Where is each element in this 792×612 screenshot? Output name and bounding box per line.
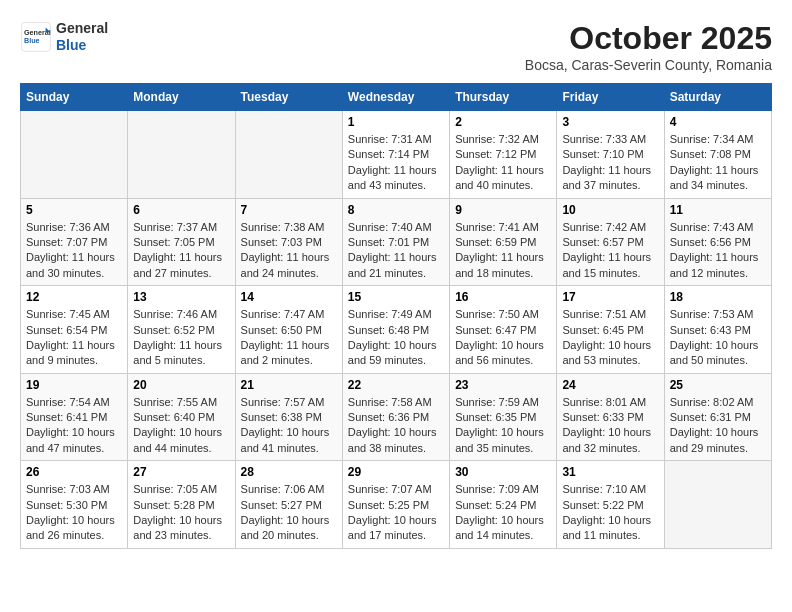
day-number: 19	[26, 378, 122, 392]
day-info: Sunrise: 7:40 AM Sunset: 7:01 PM Dayligh…	[348, 220, 444, 282]
day-info: Sunrise: 7:07 AM Sunset: 5:25 PM Dayligh…	[348, 482, 444, 544]
calendar-week-row: 19Sunrise: 7:54 AM Sunset: 6:41 PM Dayli…	[21, 373, 772, 461]
day-info: Sunrise: 7:54 AM Sunset: 6:41 PM Dayligh…	[26, 395, 122, 457]
calendar-day-cell: 26Sunrise: 7:03 AM Sunset: 5:30 PM Dayli…	[21, 461, 128, 549]
logo-text: General Blue	[56, 20, 108, 54]
day-info: Sunrise: 7:49 AM Sunset: 6:48 PM Dayligh…	[348, 307, 444, 369]
day-info: Sunrise: 7:43 AM Sunset: 6:56 PM Dayligh…	[670, 220, 766, 282]
calendar-day-cell: 7Sunrise: 7:38 AM Sunset: 7:03 PM Daylig…	[235, 198, 342, 286]
day-number: 25	[670, 378, 766, 392]
calendar-day-cell: 23Sunrise: 7:59 AM Sunset: 6:35 PM Dayli…	[450, 373, 557, 461]
day-number: 22	[348, 378, 444, 392]
calendar-day-cell: 21Sunrise: 7:57 AM Sunset: 6:38 PM Dayli…	[235, 373, 342, 461]
day-number: 3	[562, 115, 658, 129]
calendar-day-cell	[664, 461, 771, 549]
calendar-day-cell: 28Sunrise: 7:06 AM Sunset: 5:27 PM Dayli…	[235, 461, 342, 549]
day-info: Sunrise: 7:33 AM Sunset: 7:10 PM Dayligh…	[562, 132, 658, 194]
day-info: Sunrise: 7:58 AM Sunset: 6:36 PM Dayligh…	[348, 395, 444, 457]
calendar-day-cell	[21, 111, 128, 199]
weekday-header-wednesday: Wednesday	[342, 84, 449, 111]
weekday-header-sunday: Sunday	[21, 84, 128, 111]
calendar-day-cell: 11Sunrise: 7:43 AM Sunset: 6:56 PM Dayli…	[664, 198, 771, 286]
day-info: Sunrise: 7:10 AM Sunset: 5:22 PM Dayligh…	[562, 482, 658, 544]
day-info: Sunrise: 7:51 AM Sunset: 6:45 PM Dayligh…	[562, 307, 658, 369]
calendar-day-cell: 18Sunrise: 7:53 AM Sunset: 6:43 PM Dayli…	[664, 286, 771, 374]
day-number: 20	[133, 378, 229, 392]
day-number: 30	[455, 465, 551, 479]
day-info: Sunrise: 7:46 AM Sunset: 6:52 PM Dayligh…	[133, 307, 229, 369]
logo-icon: General Blue	[20, 21, 52, 53]
day-number: 21	[241, 378, 337, 392]
day-number: 24	[562, 378, 658, 392]
logo: General Blue General Blue	[20, 20, 108, 54]
svg-text:Blue: Blue	[24, 36, 40, 45]
day-info: Sunrise: 7:47 AM Sunset: 6:50 PM Dayligh…	[241, 307, 337, 369]
day-number: 27	[133, 465, 229, 479]
calendar-day-cell: 2Sunrise: 7:32 AM Sunset: 7:12 PM Daylig…	[450, 111, 557, 199]
calendar-day-cell: 20Sunrise: 7:55 AM Sunset: 6:40 PM Dayli…	[128, 373, 235, 461]
calendar-week-row: 5Sunrise: 7:36 AM Sunset: 7:07 PM Daylig…	[21, 198, 772, 286]
calendar-day-cell: 16Sunrise: 7:50 AM Sunset: 6:47 PM Dayli…	[450, 286, 557, 374]
day-number: 10	[562, 203, 658, 217]
day-info: Sunrise: 7:37 AM Sunset: 7:05 PM Dayligh…	[133, 220, 229, 282]
calendar-day-cell: 4Sunrise: 7:34 AM Sunset: 7:08 PM Daylig…	[664, 111, 771, 199]
day-number: 31	[562, 465, 658, 479]
weekday-header-monday: Monday	[128, 84, 235, 111]
calendar-day-cell: 22Sunrise: 7:58 AM Sunset: 6:36 PM Dayli…	[342, 373, 449, 461]
day-number: 26	[26, 465, 122, 479]
day-info: Sunrise: 7:45 AM Sunset: 6:54 PM Dayligh…	[26, 307, 122, 369]
day-info: Sunrise: 7:36 AM Sunset: 7:07 PM Dayligh…	[26, 220, 122, 282]
weekday-header-friday: Friday	[557, 84, 664, 111]
day-number: 6	[133, 203, 229, 217]
calendar-day-cell: 27Sunrise: 7:05 AM Sunset: 5:28 PM Dayli…	[128, 461, 235, 549]
calendar-day-cell: 10Sunrise: 7:42 AM Sunset: 6:57 PM Dayli…	[557, 198, 664, 286]
calendar-day-cell: 9Sunrise: 7:41 AM Sunset: 6:59 PM Daylig…	[450, 198, 557, 286]
day-info: Sunrise: 7:42 AM Sunset: 6:57 PM Dayligh…	[562, 220, 658, 282]
calendar-day-cell: 31Sunrise: 7:10 AM Sunset: 5:22 PM Dayli…	[557, 461, 664, 549]
day-info: Sunrise: 7:41 AM Sunset: 6:59 PM Dayligh…	[455, 220, 551, 282]
calendar-week-row: 12Sunrise: 7:45 AM Sunset: 6:54 PM Dayli…	[21, 286, 772, 374]
calendar-day-cell: 19Sunrise: 7:54 AM Sunset: 6:41 PM Dayli…	[21, 373, 128, 461]
day-info: Sunrise: 7:09 AM Sunset: 5:24 PM Dayligh…	[455, 482, 551, 544]
day-number: 7	[241, 203, 337, 217]
weekday-header-thursday: Thursday	[450, 84, 557, 111]
day-info: Sunrise: 7:06 AM Sunset: 5:27 PM Dayligh…	[241, 482, 337, 544]
location-subtitle: Bocsa, Caras-Severin County, Romania	[525, 57, 772, 73]
calendar-day-cell: 3Sunrise: 7:33 AM Sunset: 7:10 PM Daylig…	[557, 111, 664, 199]
calendar-day-cell: 29Sunrise: 7:07 AM Sunset: 5:25 PM Dayli…	[342, 461, 449, 549]
day-number: 29	[348, 465, 444, 479]
day-number: 14	[241, 290, 337, 304]
day-number: 13	[133, 290, 229, 304]
day-number: 5	[26, 203, 122, 217]
calendar-day-cell: 1Sunrise: 7:31 AM Sunset: 7:14 PM Daylig…	[342, 111, 449, 199]
calendar-day-cell: 5Sunrise: 7:36 AM Sunset: 7:07 PM Daylig…	[21, 198, 128, 286]
calendar-day-cell: 30Sunrise: 7:09 AM Sunset: 5:24 PM Dayli…	[450, 461, 557, 549]
day-info: Sunrise: 7:57 AM Sunset: 6:38 PM Dayligh…	[241, 395, 337, 457]
day-number: 8	[348, 203, 444, 217]
calendar-day-cell: 24Sunrise: 8:01 AM Sunset: 6:33 PM Dayli…	[557, 373, 664, 461]
day-number: 9	[455, 203, 551, 217]
day-info: Sunrise: 7:34 AM Sunset: 7:08 PM Dayligh…	[670, 132, 766, 194]
month-title: October 2025	[525, 20, 772, 57]
calendar-day-cell	[128, 111, 235, 199]
day-number: 17	[562, 290, 658, 304]
day-number: 2	[455, 115, 551, 129]
calendar-day-cell: 13Sunrise: 7:46 AM Sunset: 6:52 PM Dayli…	[128, 286, 235, 374]
day-number: 1	[348, 115, 444, 129]
day-info: Sunrise: 7:59 AM Sunset: 6:35 PM Dayligh…	[455, 395, 551, 457]
day-info: Sunrise: 7:38 AM Sunset: 7:03 PM Dayligh…	[241, 220, 337, 282]
day-number: 23	[455, 378, 551, 392]
day-info: Sunrise: 8:01 AM Sunset: 6:33 PM Dayligh…	[562, 395, 658, 457]
weekday-header-saturday: Saturday	[664, 84, 771, 111]
calendar-day-cell: 15Sunrise: 7:49 AM Sunset: 6:48 PM Dayli…	[342, 286, 449, 374]
weekday-header-tuesday: Tuesday	[235, 84, 342, 111]
day-number: 4	[670, 115, 766, 129]
calendar-week-row: 26Sunrise: 7:03 AM Sunset: 5:30 PM Dayli…	[21, 461, 772, 549]
calendar-day-cell: 8Sunrise: 7:40 AM Sunset: 7:01 PM Daylig…	[342, 198, 449, 286]
day-number: 11	[670, 203, 766, 217]
day-number: 18	[670, 290, 766, 304]
day-info: Sunrise: 7:32 AM Sunset: 7:12 PM Dayligh…	[455, 132, 551, 194]
calendar-table: SundayMondayTuesdayWednesdayThursdayFrid…	[20, 83, 772, 549]
calendar-day-cell: 17Sunrise: 7:51 AM Sunset: 6:45 PM Dayli…	[557, 286, 664, 374]
day-info: Sunrise: 7:03 AM Sunset: 5:30 PM Dayligh…	[26, 482, 122, 544]
